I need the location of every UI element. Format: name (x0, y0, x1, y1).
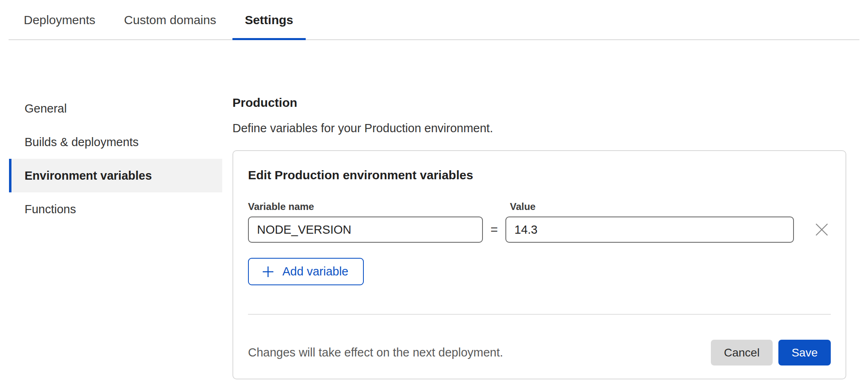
main-panel: Production Define variables for your Pro… (232, 92, 846, 379)
plus-icon (262, 266, 274, 278)
settings-sidebar: General Builds & deployments Environment… (9, 92, 222, 226)
close-icon (815, 223, 829, 237)
settings-content: General Builds & deployments Environment… (0, 92, 868, 379)
sidebar-item-general[interactable]: General (9, 92, 222, 125)
variable-row: = (248, 217, 831, 243)
card-footer: Changes will take effect on the next dep… (248, 340, 831, 365)
value-label: Value (510, 201, 536, 212)
remove-variable-button[interactable] (812, 220, 831, 239)
field-labels-row: Variable name Value (248, 201, 831, 212)
equals-sign: = (483, 222, 505, 237)
tab-deployments[interactable]: Deployments (11, 10, 108, 39)
save-button[interactable]: Save (778, 340, 831, 365)
card-divider (248, 314, 831, 315)
environment-variables-card: Edit Production environment variables Va… (232, 150, 846, 379)
sidebar-item-functions[interactable]: Functions (9, 192, 222, 226)
section-title: Production (232, 96, 846, 110)
cancel-button[interactable]: Cancel (711, 340, 773, 365)
variable-name-label: Variable name (248, 201, 510, 212)
sidebar-item-builds-deployments[interactable]: Builds & deployments (9, 125, 222, 159)
add-variable-label: Add variable (282, 265, 348, 278)
variable-value-input[interactable] (505, 217, 794, 243)
variable-name-input[interactable] (248, 217, 483, 243)
card-title: Edit Production environment variables (248, 168, 831, 182)
sidebar-item-environment-variables[interactable]: Environment variables (9, 159, 222, 192)
section-description: Define variables for your Production env… (232, 122, 846, 135)
tab-bar: Deployments Custom domains Settings (9, 0, 859, 40)
footer-note: Changes will take effect on the next dep… (248, 346, 711, 359)
tab-custom-domains[interactable]: Custom domains (112, 10, 228, 39)
add-variable-button[interactable]: Add variable (248, 258, 364, 285)
tab-settings[interactable]: Settings (232, 10, 305, 39)
